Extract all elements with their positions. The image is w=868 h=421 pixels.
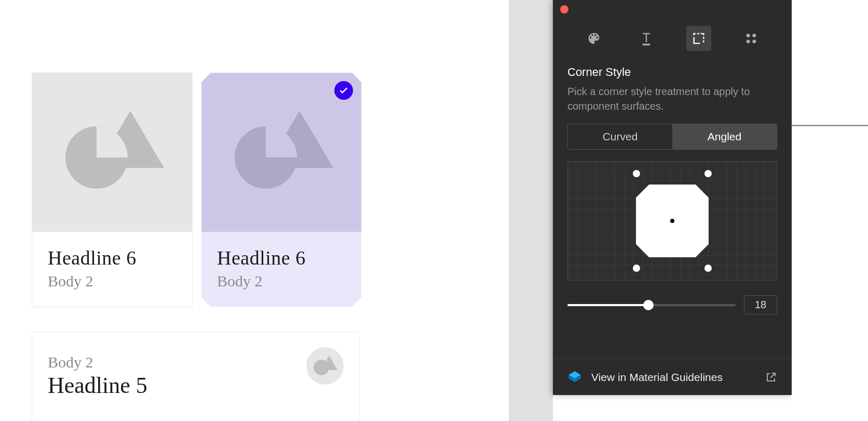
corner-size-slider[interactable]: [567, 304, 736, 306]
corner-size-input[interactable]: 18: [744, 295, 777, 314]
slider-thumb[interactable]: [643, 300, 654, 310]
corner-style-segment: Curved Angled: [567, 124, 777, 150]
card-selected[interactable]: Headline 6 Body 2: [201, 73, 361, 307]
corner-handle-br[interactable]: [704, 265, 712, 272]
svg-point-0: [746, 34, 750, 37]
check-icon: [334, 81, 353, 100]
guidelines-link[interactable]: View in Material Guidelines: [591, 371, 755, 384]
card-headline: Headline 6: [48, 246, 177, 269]
close-window-icon[interactable]: [560, 5, 568, 14]
svg-point-1: [752, 34, 756, 37]
card-body-text: Body 2: [48, 353, 306, 371]
section-title: Corner Style: [567, 65, 777, 79]
panel-tabs: [553, 0, 792, 60]
card-body-text: Body 2: [48, 272, 177, 290]
section-description: Pick a corner style treatment to apply t…: [567, 84, 777, 113]
segment-angled[interactable]: Angled: [672, 124, 777, 149]
corner-handle-bl[interactable]: [633, 265, 640, 272]
design-canvas[interactable]: Headline 6 Body 2 Headline 6 Body 2 Body…: [0, 0, 509, 421]
tab-color[interactable]: [581, 26, 606, 51]
corner-handle-tl[interactable]: [633, 170, 640, 177]
card-headline: Headline 6: [217, 246, 346, 269]
external-link-icon[interactable]: [765, 371, 777, 384]
tab-typography[interactable]: [634, 26, 659, 51]
card-horizontal[interactable]: Body 2 Headline 5: [32, 333, 359, 421]
card-headline: Headline 5: [48, 372, 306, 399]
material-logo-icon: [567, 370, 582, 385]
card-default[interactable]: Headline 6 Body 2: [32, 73, 192, 307]
corner-handle-tr[interactable]: [704, 170, 712, 177]
avatar-icon: [306, 347, 344, 385]
tab-components[interactable]: [739, 26, 764, 51]
canvas-background-right: [792, 0, 868, 421]
card-body-text: Body 2: [217, 272, 346, 290]
inspector-panel: Corner Style Pick a corner style treatme…: [553, 0, 792, 395]
card-media: [32, 73, 192, 232]
canvas-background: [509, 0, 553, 421]
card-media: [201, 73, 361, 232]
tab-shape[interactable]: [686, 26, 711, 51]
svg-point-2: [746, 40, 750, 43]
svg-point-3: [752, 40, 756, 43]
segment-curved[interactable]: Curved: [568, 124, 672, 149]
preview-shape: [636, 185, 709, 257]
shape-preview[interactable]: [567, 161, 777, 281]
